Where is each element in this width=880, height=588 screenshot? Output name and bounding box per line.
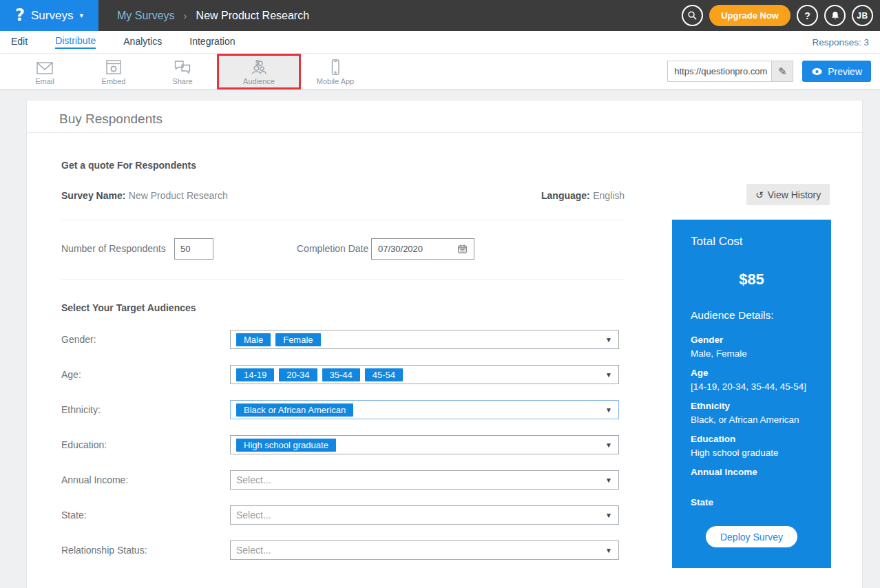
detail-gender: Gender Male, Female	[691, 333, 821, 360]
detail-label: State	[691, 496, 821, 510]
help-icon: ?	[804, 10, 810, 21]
detail-value: Black, or African American	[691, 413, 821, 426]
chevron-down-icon: ▼	[605, 476, 612, 484]
completion-date-input[interactable]: 07/30/2020	[371, 238, 474, 260]
detail-label: Education	[691, 432, 821, 446]
edit-url-button[interactable]: ✎	[771, 61, 793, 81]
survey-name-value: New Product Research	[129, 190, 228, 201]
app-logo[interactable]: ? Surveys ▾	[0, 0, 98, 31]
breadcrumb: My Surveys › New Product Research	[117, 10, 309, 22]
search-icon	[687, 10, 698, 21]
eye-icon	[811, 67, 823, 76]
education-select[interactable]: High school graduate ▼	[230, 435, 619, 454]
gender-select[interactable]: Male Female ▼	[230, 330, 619, 349]
survey-tabbar: Edit Distribute Analytics Integration Re…	[0, 31, 880, 54]
tab-analytics[interactable]: Analytics	[123, 36, 162, 48]
buy-respondents-card: Buy Respondents Get a quote For Responde…	[26, 100, 863, 588]
detail-value: Male, Female	[691, 347, 821, 360]
detail-education: Education High school graduate	[691, 432, 821, 459]
chevron-down-icon: ▼	[605, 371, 612, 379]
survey-url-group: ✎	[667, 61, 793, 82]
language-row: Language: English	[541, 189, 625, 202]
mobile-app-icon	[327, 57, 344, 76]
preview-label: Preview	[828, 66, 862, 77]
toolbar-label-mobile-app: Mobile App	[317, 77, 354, 85]
toolbar-label-share: Share	[172, 77, 192, 85]
search-button[interactable]	[682, 5, 703, 26]
tab-edit[interactable]: Edit	[11, 36, 28, 48]
divider	[27, 132, 862, 133]
toolbar-item-audience[interactable]: $ Audience	[217, 54, 301, 90]
detail-label: Age	[691, 366, 821, 380]
selected-tag: Black or African American	[236, 403, 353, 417]
survey-name-row: Survey Name: New Product Research	[61, 189, 228, 202]
notifications-button[interactable]	[824, 5, 846, 26]
page-title: Buy Respondents	[59, 112, 163, 127]
toolbar-item-email[interactable]: Email	[10, 54, 79, 90]
selected-tag: 45-54	[365, 368, 403, 381]
divider	[61, 220, 624, 220]
upgrade-now-button[interactable]: Upgrade Now	[709, 5, 790, 26]
relationship-status-select[interactable]: Select... ▼	[230, 540, 619, 560]
deploy-survey-button[interactable]: Deploy Survey	[706, 526, 797, 547]
chevron-down-icon: ▾	[79, 11, 83, 20]
breadcrumb-separator: ›	[184, 10, 187, 21]
selected-tag: Male	[236, 333, 271, 346]
ethnicity-select[interactable]: Black or African American ▼	[230, 400, 619, 419]
toolbar-label-audience: Audience	[243, 77, 275, 85]
view-history-label: View History	[768, 189, 821, 200]
embed-icon	[105, 57, 122, 76]
preview-button[interactable]: Preview	[802, 61, 871, 82]
state-select[interactable]: Select... ▼	[230, 505, 619, 525]
respondents-input[interactable]	[174, 238, 213, 260]
audience-details-heading: Audience Details:	[691, 309, 774, 322]
tab-distribute[interactable]: Distribute	[55, 35, 96, 49]
calendar-icon	[457, 244, 468, 254]
total-cost-amount: $85	[672, 271, 831, 288]
language-label: Language:	[541, 190, 590, 201]
target-audiences-heading: Select Your Target Audiences	[61, 302, 196, 313]
chevron-down-icon: ▼	[605, 512, 612, 519]
top-header: ? Surveys ▾ My Surveys › New Product Res…	[0, 0, 880, 31]
chevron-down-icon: ▼	[605, 547, 612, 554]
breadcrumb-my-surveys[interactable]: My Surveys	[117, 10, 175, 22]
detail-label: Gender	[691, 333, 821, 347]
tab-integration[interactable]: Integration	[189, 36, 235, 48]
questionpro-logo-icon: ?	[15, 6, 25, 25]
header-actions: Upgrade Now ? JB	[682, 5, 880, 26]
toolbar-item-share[interactable]: Share	[148, 54, 217, 90]
detail-value: [14-19, 20-34, 35-44, 45-54]	[691, 380, 821, 393]
completion-date-value: 07/30/2020	[378, 244, 457, 254]
share-icon	[174, 57, 191, 76]
audience-details-list: Gender Male, Female Age [14-19, 20-34, 3…	[691, 333, 821, 526]
selected-tag: 14-19	[236, 368, 274, 381]
user-avatar[interactable]: JB	[852, 5, 873, 26]
detail-state: State	[691, 496, 821, 520]
quote-heading: Get a quote For Respondents	[61, 160, 196, 171]
detail-annual-income: Annual Income	[691, 465, 821, 490]
view-history-button[interactable]: ↺ View History	[746, 184, 830, 205]
responses-count[interactable]: Responses: 3	[812, 37, 869, 48]
divider	[61, 280, 624, 280]
toolbar-item-mobile-app[interactable]: Mobile App	[301, 54, 370, 90]
select-placeholder: Select...	[236, 474, 271, 485]
total-cost-title: Total Cost	[691, 235, 743, 249]
detail-age: Age [14-19, 20-34, 35-44, 45-54]	[691, 366, 821, 393]
selected-tag: High school graduate	[236, 439, 336, 452]
survey-url-input[interactable]	[668, 61, 771, 81]
help-button[interactable]: ?	[797, 5, 818, 26]
age-select[interactable]: 14-19 20-34 35-44 45-54 ▼	[230, 365, 619, 384]
annual-income-select[interactable]: Select... ▼	[230, 470, 619, 490]
respondents-label: Number of Respondents	[61, 243, 166, 254]
toolbar-label-embed: Embed	[102, 77, 126, 85]
distribute-toolbar: Email Embed Share $ Audience Mobile App …	[0, 54, 880, 90]
email-icon	[36, 57, 54, 76]
detail-ethnicity: Ethnicity Black, or African American	[691, 399, 821, 426]
chevron-down-icon: ▼	[605, 406, 612, 414]
detail-label: Ethnicity	[691, 399, 821, 413]
relationship-status-label: Relationship Status:	[61, 545, 147, 556]
toolbar-item-embed[interactable]: Embed	[79, 54, 148, 90]
detail-value: High school graduate	[691, 446, 821, 459]
audience-icon: $	[250, 57, 268, 76]
selected-tag: Female	[275, 333, 320, 346]
